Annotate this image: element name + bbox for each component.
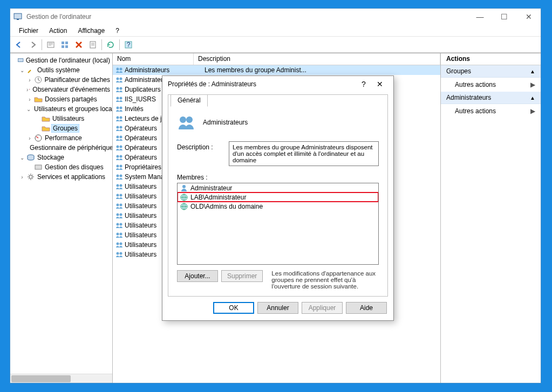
list-row[interactable]: AdministrateursLes membres du groupe Adm… bbox=[113, 65, 440, 75]
dialog-help-button[interactable]: ? bbox=[356, 80, 372, 88]
help-button[interactable]: Aide bbox=[346, 302, 387, 314]
description-label: Description : bbox=[177, 141, 224, 166]
actions-item-other-2[interactable]: Autres actions ▶ bbox=[441, 104, 541, 118]
svg-point-22 bbox=[120, 68, 122, 71]
svg-point-55 bbox=[117, 233, 119, 236]
svg-point-56 bbox=[120, 233, 122, 236]
back-button[interactable] bbox=[12, 38, 25, 51]
disk-icon bbox=[34, 163, 43, 171]
close-button[interactable]: ✕ bbox=[516, 9, 541, 25]
cancel-button[interactable]: Annuler bbox=[257, 302, 298, 314]
tree-scheduler[interactable]: ›Planificateur de tâches bbox=[11, 75, 111, 85]
delete-button[interactable] bbox=[72, 38, 85, 51]
svg-point-28 bbox=[120, 97, 122, 100]
svg-point-49 bbox=[117, 204, 119, 207]
svg-point-41 bbox=[117, 165, 119, 168]
members-list[interactable]: AdministrateurLAB\AdministrateurOLD\Admi… bbox=[177, 183, 379, 265]
refresh-button[interactable] bbox=[104, 38, 117, 51]
maximize-button[interactable]: ☐ bbox=[492, 9, 516, 25]
menu-action[interactable]: Action bbox=[45, 26, 71, 36]
menu-help[interactable]: ? bbox=[111, 26, 124, 36]
services-icon bbox=[26, 173, 35, 181]
dialog-title: Propriétés de : Administrateurs bbox=[168, 80, 356, 88]
chevron-right-icon: ▶ bbox=[530, 81, 535, 88]
tree-users[interactable]: Utilisateurs bbox=[11, 114, 111, 123]
tree-services-apps[interactable]: ›Services et applications bbox=[11, 172, 111, 182]
folder-icon bbox=[42, 114, 50, 123]
tree-disk-mgmt[interactable]: Gestion des disques bbox=[11, 162, 111, 172]
svg-point-36 bbox=[120, 136, 122, 139]
minimize-button[interactable]: — bbox=[468, 9, 492, 25]
titlebar[interactable]: Gestion de l'ordinateur — ☐ ✕ bbox=[10, 9, 541, 25]
svg-point-37 bbox=[117, 146, 119, 148]
description-field[interactable]: Les membres du groupe Administrateurs di… bbox=[229, 141, 379, 166]
actions-section-groups[interactable]: Groupes ▲ bbox=[441, 65, 541, 78]
svg-point-21 bbox=[117, 68, 119, 71]
svg-point-31 bbox=[117, 116, 119, 119]
svg-point-51 bbox=[117, 214, 119, 216]
members-label: Membres : bbox=[177, 174, 379, 181]
tree-system-tools[interactable]: ⌄ Outils système bbox=[11, 65, 111, 75]
svg-point-44 bbox=[120, 175, 122, 177]
member-row[interactable]: LAB\Administrateur bbox=[178, 192, 378, 202]
tree-shared-folders[interactable]: ›Dossiers partagés bbox=[11, 94, 111, 104]
svg-point-27 bbox=[117, 97, 119, 100]
performance-icon bbox=[34, 134, 43, 142]
svg-point-38 bbox=[120, 146, 122, 148]
svg-point-24 bbox=[120, 78, 122, 80]
tree-root[interactable]: Gestion de l'ordinateur (local) bbox=[11, 56, 111, 65]
menu-file[interactable]: Fichier bbox=[15, 26, 43, 36]
svg-rect-0 bbox=[14, 13, 22, 19]
dialog-footer: OK Annuler Appliquer Aide bbox=[162, 297, 393, 320]
add-button[interactable]: Ajouter... bbox=[177, 270, 218, 282]
col-desc[interactable]: Description bbox=[194, 53, 440, 65]
ok-button[interactable]: OK bbox=[213, 302, 254, 314]
svg-text:?: ? bbox=[127, 41, 131, 49]
toolbar-separator bbox=[42, 39, 42, 50]
shared-folder-icon bbox=[34, 95, 43, 104]
grid-button[interactable] bbox=[58, 38, 71, 51]
dialog-close-button[interactable]: ✕ bbox=[372, 80, 388, 88]
new-button[interactable] bbox=[44, 38, 57, 51]
svg-point-60 bbox=[120, 252, 122, 255]
svg-point-52 bbox=[120, 214, 122, 216]
tree-performance[interactable]: ›Performance bbox=[11, 133, 111, 143]
svg-point-61 bbox=[180, 116, 186, 123]
tab-general[interactable]: Général bbox=[171, 94, 208, 107]
folder-icon bbox=[42, 124, 50, 133]
svg-point-26 bbox=[120, 87, 122, 90]
member-row[interactable]: OLD\Admins du domaine bbox=[178, 202, 378, 211]
tree-device-mgr[interactable]: Gestionnaire de périphériques bbox=[11, 143, 111, 153]
list-header[interactable]: Nom Description bbox=[113, 53, 440, 65]
svg-point-53 bbox=[117, 223, 119, 226]
svg-point-63 bbox=[182, 185, 186, 188]
tree-horizontal-scrollbar[interactable] bbox=[10, 374, 112, 383]
app-icon bbox=[13, 12, 22, 21]
properties-dialog: Propriétés de : Administrateurs ? ✕ Géné… bbox=[162, 75, 394, 321]
col-name[interactable]: Nom bbox=[113, 53, 194, 65]
actions-item-other-1[interactable]: Autres actions ▶ bbox=[441, 78, 541, 92]
svg-rect-5 bbox=[62, 45, 64, 48]
svg-point-57 bbox=[117, 243, 119, 245]
menubar: Fichier Action Affichage ? bbox=[10, 25, 541, 37]
tree-groups[interactable]: Groupes bbox=[11, 123, 111, 133]
help-toolbar-button[interactable]: ? bbox=[122, 38, 135, 51]
actions-header: Actions bbox=[441, 53, 541, 65]
tools-icon bbox=[26, 66, 35, 74]
dialog-titlebar[interactable]: Propriétés de : Administrateurs ? ✕ bbox=[162, 76, 393, 92]
toolbar: ? bbox=[10, 37, 541, 53]
svg-point-32 bbox=[120, 116, 122, 119]
collapse-icon: ▲ bbox=[530, 95, 535, 101]
properties-button[interactable] bbox=[86, 38, 99, 51]
actions-section-admins[interactable]: Administrateurs ▲ bbox=[441, 92, 541, 104]
svg-point-40 bbox=[120, 155, 122, 158]
tree-event-viewer[interactable]: ›Observateur d'événements bbox=[11, 85, 111, 94]
menu-display[interactable]: Affichage bbox=[73, 26, 109, 36]
tree-users-groups[interactable]: ⌄Utilisateurs et groupes locaux bbox=[11, 104, 111, 114]
svg-rect-19 bbox=[35, 165, 42, 169]
svg-point-23 bbox=[117, 78, 119, 80]
member-row[interactable]: Administrateur bbox=[178, 183, 378, 192]
forward-button[interactable] bbox=[26, 38, 39, 51]
tree-storage[interactable]: ⌄Stockage bbox=[11, 153, 111, 162]
tree-pane[interactable]: Gestion de l'ordinateur (local) ⌄ Outils… bbox=[10, 53, 113, 383]
